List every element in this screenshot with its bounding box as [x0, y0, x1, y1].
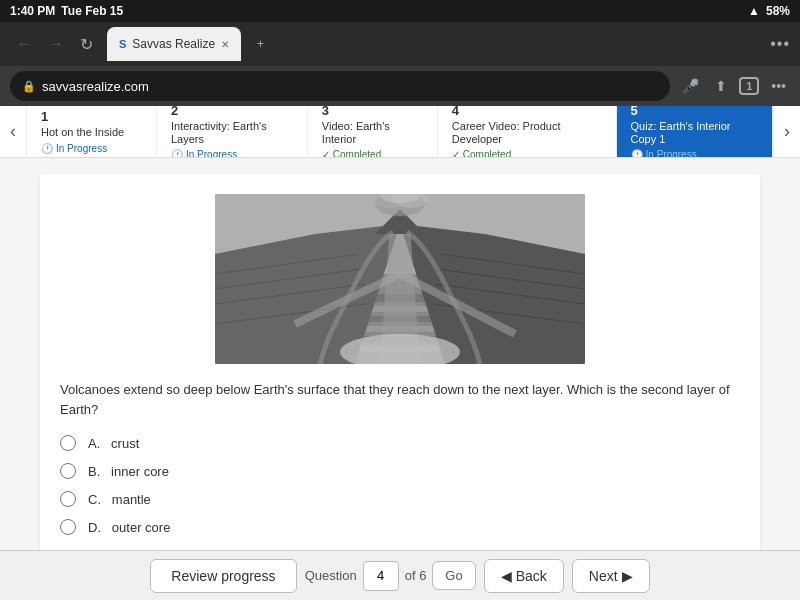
option-d-label: D. outer core	[88, 520, 170, 535]
lock-icon: 🔒	[22, 80, 36, 93]
clock-icon: 🕐	[41, 143, 53, 154]
time: 1:40 PM	[10, 4, 55, 18]
next-label: Next	[589, 568, 618, 584]
nav-tab-2[interactable]: 2 Interactivity: Earth's Layers 🕐 In Pro…	[157, 106, 308, 157]
tab-3-label: Video: Earth's Interior	[322, 120, 423, 146]
tab-4-status: ✓ Completed	[452, 149, 602, 158]
tab-4-number: 4	[452, 106, 602, 118]
tab-5-status: 🕐 In Progress	[631, 149, 758, 158]
forward-browser-button[interactable]: →	[42, 33, 70, 56]
nav-prev-button[interactable]: ‹	[0, 106, 27, 157]
back-label: Back	[516, 568, 547, 584]
tab-1-status: 🕐 In Progress	[41, 143, 142, 154]
new-tab-icon: +	[257, 37, 264, 51]
question-text: Volcanoes extend so deep below Earth's s…	[60, 380, 740, 419]
address-bar[interactable]: 🔒 savvasrealize.com	[10, 71, 670, 101]
share-icon[interactable]: ⬆	[711, 74, 731, 98]
browser-chrome: ← → ↻ S Savvas Realize ✕ + •••	[0, 22, 800, 66]
back-arrow-icon: ◀	[501, 568, 512, 584]
question-navigation: Question of 6 Go	[305, 561, 476, 591]
tab-2-number: 2	[171, 106, 293, 118]
option-c: C. mantle	[60, 491, 740, 507]
option-d: D. outer core	[60, 519, 740, 535]
nav-tab-5[interactable]: 5 Quiz: Earth's Interior Copy 1 🕐 In Pro…	[617, 106, 773, 157]
active-browser-tab[interactable]: S Savvas Realize ✕	[107, 27, 241, 61]
more-options-icon[interactable]: •••	[770, 35, 790, 53]
tab-bar: S Savvas Realize ✕ +	[107, 27, 762, 61]
review-progress-button[interactable]: Review progress	[150, 559, 296, 593]
option-b: B. inner core	[60, 463, 740, 479]
question-label: Question	[305, 568, 357, 583]
clock-icon-5: 🕐	[631, 149, 643, 158]
check-icon-3: ✓	[322, 149, 330, 158]
option-a: A. crust	[60, 435, 740, 451]
nav-tab-4[interactable]: 4 Career Video: Product Developer ✓ Comp…	[438, 106, 617, 157]
savvas-icon: S	[119, 38, 126, 50]
option-c-label: C. mantle	[88, 492, 151, 507]
radio-b[interactable]	[60, 463, 76, 479]
tab-1-number: 1	[41, 109, 142, 124]
nav-next-button[interactable]: ›	[773, 106, 800, 157]
radio-a[interactable]	[60, 435, 76, 451]
tab-title: Savvas Realize	[132, 37, 215, 51]
tab-3-number: 3	[322, 106, 423, 118]
date: Tue Feb 15	[61, 4, 123, 18]
status-bar-right: ▲ 58%	[748, 4, 790, 18]
check-icon-4: ✓	[452, 149, 460, 158]
of-label: of 6	[405, 568, 427, 583]
nav-tabs-strip: ‹ 1 Hot on the Inside 🕐 In Progress 2 In…	[0, 106, 800, 158]
status-bar: 1:40 PM Tue Feb 15 ▲ 58%	[0, 0, 800, 22]
option-b-label: B. inner core	[88, 464, 169, 479]
battery: 58%	[766, 4, 790, 18]
radio-d[interactable]	[60, 519, 76, 535]
nav-tab-1[interactable]: 1 Hot on the Inside 🕐 In Progress	[27, 106, 157, 157]
tab-counter[interactable]: 1	[739, 77, 759, 95]
back-browser-button[interactable]: ←	[10, 33, 38, 56]
wifi-icon: ▲	[748, 4, 760, 18]
radio-c[interactable]	[60, 491, 76, 507]
option-a-label: A. crust	[88, 436, 139, 451]
question-number-input[interactable]	[363, 561, 399, 591]
microphone-icon[interactable]: 🎤	[678, 74, 703, 98]
clock-icon-2: 🕐	[171, 149, 183, 158]
close-tab-button[interactable]: ✕	[221, 39, 229, 50]
address-text: savvasrealize.com	[42, 79, 149, 94]
tab-5-number: 5	[631, 106, 758, 118]
tab-2-label: Interactivity: Earth's Layers	[171, 120, 293, 146]
nav-tab-3[interactable]: 3 Video: Earth's Interior ✓ Completed	[308, 106, 438, 157]
bottom-bar: Review progress Question of 6 Go ◀ Back …	[0, 550, 800, 600]
new-tab-button[interactable]: +	[245, 27, 276, 61]
address-bar-row: 🔒 savvasrealize.com 🎤 ⬆ 1 •••	[0, 66, 800, 106]
tab-3-status: ✓ Completed	[322, 149, 423, 158]
status-bar-left: 1:40 PM Tue Feb 15	[10, 4, 123, 18]
tab-4-label: Career Video: Product Developer	[452, 120, 602, 146]
next-button[interactable]: Next ▶	[572, 559, 650, 593]
browser-menu-icon[interactable]: •••	[767, 74, 790, 98]
browser-nav: ← → ↻	[10, 33, 99, 56]
tab-1-label: Hot on the Inside	[41, 126, 142, 139]
reload-button[interactable]: ↻	[74, 33, 99, 56]
volcano-image	[215, 194, 585, 364]
quiz-card: Volcanoes extend so deep below Earth's s…	[40, 174, 760, 550]
next-arrow-icon: ▶	[622, 568, 633, 584]
go-button[interactable]: Go	[432, 561, 475, 590]
tab-2-status: 🕐 In Progress	[171, 149, 293, 158]
tab-5-label: Quiz: Earth's Interior Copy 1	[631, 120, 758, 146]
main-content: Volcanoes extend so deep below Earth's s…	[0, 158, 800, 550]
back-button[interactable]: ◀ Back	[484, 559, 564, 593]
